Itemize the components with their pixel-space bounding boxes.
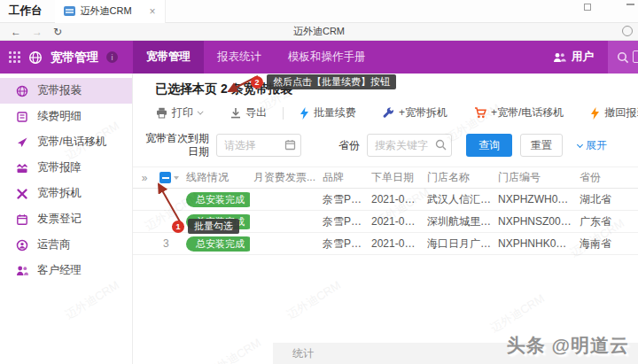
batch-renew-button[interactable]: 批量续费 <box>300 105 356 120</box>
tab-broadband-manage[interactable]: 宽带管理 <box>133 41 204 74</box>
select-all-cell[interactable] <box>156 167 183 189</box>
browser-toolbar: ← → ↻ 迈外迪CRM <box>0 23 638 41</box>
search-icon[interactable] <box>617 51 629 64</box>
sidebar-item-invoice-register[interactable]: 发票登记 <box>0 206 132 232</box>
selection-title: 已选择本页 2 条宽带报装 <box>133 74 638 97</box>
reset-button[interactable]: 重置 <box>520 134 563 157</box>
sidebar-item-broadband-move[interactable]: 宽带/电话移机 <box>0 129 132 155</box>
wrench-icon <box>383 107 394 119</box>
tools-icon <box>16 188 28 200</box>
col-province: 省份 <box>576 167 638 189</box>
cart-icon <box>474 107 486 119</box>
table-row[interactable]: 总安装完成 奈雪PRO 2021-04-07 深圳航城里购物中心P... NXP… <box>133 211 638 233</box>
sidebar-item-broadband-install[interactable]: 宽带报装 <box>0 78 132 104</box>
printer-icon <box>156 107 167 119</box>
header-search-segment[interactable] <box>608 41 638 74</box>
browser-profile-icon[interactable] <box>622 26 633 36</box>
book-icon <box>16 111 28 123</box>
export-button[interactable]: 导出 <box>230 105 267 120</box>
province-filter-label: 省份 <box>338 138 360 153</box>
people-icon <box>16 265 28 277</box>
select-all-checkbox[interactable] <box>160 172 171 183</box>
chevron-down-icon <box>198 109 204 115</box>
keyword-filter-input[interactable] <box>367 134 452 157</box>
col-store-name: 门店名称 <box>424 167 494 189</box>
lightning-icon <box>590 107 600 120</box>
sidebar-item-broadband-fault[interactable]: 宽带报障 <box>0 155 132 181</box>
expand-filters-link[interactable]: 展开 <box>578 138 607 153</box>
row-number: 3 <box>160 237 169 250</box>
status-badge: 总安装完成 <box>186 214 250 229</box>
date-filter-label: 宽带首次到期日期 <box>138 132 209 159</box>
sidebar-item-operator[interactable]: 运营商 <box>0 232 132 258</box>
app-header: 宽带管理 i 宽带管理 报表统计 模板和操作手册 用户 <box>0 41 638 74</box>
calendar-icon <box>16 213 28 226</box>
col-brand: 品牌 <box>319 167 368 189</box>
brand-watermark: 头条 @明道云 <box>507 333 629 358</box>
search-button[interactable]: 查询 <box>466 134 512 157</box>
expand-columns-icon[interactable]: » <box>133 167 156 189</box>
sidebar: 宽带报装 续费明细 宽带/电话移机 宽带报障 <box>0 74 133 364</box>
tab-favicon-icon <box>64 6 75 16</box>
globe-icon <box>16 85 28 97</box>
clipped-menu-icon <box>633 50 638 63</box>
date-filter-input[interactable] <box>216 134 301 157</box>
filter-bar: 宽带首次到期日期 省份 查询 重置 <box>133 132 638 159</box>
add-move-button[interactable]: +宽带/电话移机 <box>474 105 564 120</box>
main-content: 已选择本页 2 条宽带报装 打印 导出 <box>133 74 638 364</box>
print-button[interactable]: 打印 <box>156 105 204 120</box>
chevron-down-icon <box>577 141 583 147</box>
download-icon <box>230 107 241 119</box>
sidebar-item-renewal-detail[interactable]: 续费明细 <box>0 104 132 129</box>
col-store-code: 门店编号 <box>494 167 576 189</box>
users-icon <box>553 52 566 63</box>
calendar-icon <box>284 139 296 151</box>
app-nav: 宽带管理 报表统计 模板和操作手册 <box>133 41 379 74</box>
search-icon <box>435 139 447 151</box>
orders-table: » 线路情况 月资费发票... 品牌 下单日期 门店名称 门店编号 省份 <box>133 167 638 255</box>
table-row[interactable]: 总安装完成 奈雪PRO 2021-04-07 武汉人信汇PRO店测试 NXPHZ… <box>133 189 638 211</box>
chevron-down-icon[interactable] <box>174 176 179 180</box>
restore-window-icon[interactable] <box>584 4 591 11</box>
page-title: 迈外迪CRM <box>0 25 638 38</box>
tab-report-stats[interactable]: 报表统计 <box>204 41 275 74</box>
app-info-badge[interactable]: i <box>106 51 118 63</box>
workspace-label[interactable]: 工作台 <box>0 4 55 19</box>
tab-close-icon[interactable]: × <box>150 5 156 18</box>
status-badge: 总安装完成 <box>186 236 250 252</box>
apps-grid-icon[interactable] <box>9 51 20 63</box>
user-menu[interactable]: 用户 <box>539 41 608 74</box>
sidebar-item-account-manager[interactable]: 客户经理 <box>0 258 132 283</box>
rocket-icon <box>16 136 28 149</box>
withdraw-button[interactable]: 撤回报装 <box>590 105 638 120</box>
tab-title: 迈外迪CRM <box>81 4 132 18</box>
fault-icon <box>16 162 28 174</box>
action-toolbar: 打印 导出 批量续费 <box>133 97 638 127</box>
table-row[interactable]: 3 总安装完成 奈雪PRO 2021-04-07 海口日月广场PRO测试 NXP… <box>133 233 638 255</box>
lightning-icon <box>300 107 309 120</box>
table-header-row: » 线路情况 月资费发票... 品牌 下单日期 门店名称 门店编号 省份 <box>133 167 638 189</box>
user-label: 用户 <box>572 50 594 65</box>
operator-icon <box>16 239 28 252</box>
app-title: 宽带管理 <box>51 50 98 66</box>
col-monthly-invoice: 月资费发票... <box>250 167 319 189</box>
add-dismantle-button[interactable]: +宽带拆机 <box>383 105 447 120</box>
globe-icon <box>28 50 43 65</box>
tab-template-manual[interactable]: 模板和操作手册 <box>275 41 379 74</box>
col-line-status: 线路情况 <box>183 167 250 189</box>
col-order-date: 下单日期 <box>368 167 424 189</box>
browser-tab[interactable]: 迈外迪CRM × <box>55 0 166 23</box>
browser-tab-strip: 工作台 迈外迪CRM × <box>0 0 638 23</box>
sidebar-item-broadband-dismantle[interactable]: 宽带拆机 <box>0 181 132 206</box>
status-badge: 总安装完成 <box>186 192 250 207</box>
minimize-icon[interactable] <box>626 4 634 5</box>
